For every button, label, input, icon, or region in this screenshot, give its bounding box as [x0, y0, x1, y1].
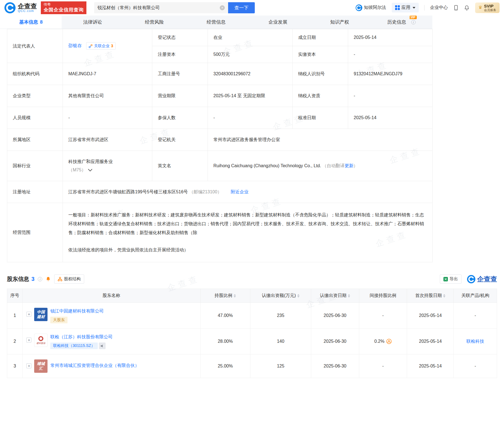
promo-line1: 传奇: [44, 2, 84, 7]
svip-member-badge[interactable]: ♛ SVIP 会员服务: [475, 2, 500, 13]
related-value: -: [475, 364, 476, 368]
crown-icon: ♛: [478, 5, 482, 10]
tab-operation-risk[interactable]: 经营风险: [124, 16, 185, 29]
notification-bell-icon[interactable]: [464, 5, 470, 11]
apps-menu[interactable]: 应用: [392, 3, 419, 12]
search-box[interactable]: ×: [94, 2, 228, 13]
tab-label: 基本信息: [19, 19, 38, 25]
amount-value: 235: [277, 313, 285, 318]
equity-structure-button[interactable]: 股权结构: [54, 274, 84, 284]
table-row: 2 + 建科股份 联检（江苏）科技股份有限公司 联检科技（301115.SZ）: [7, 329, 497, 354]
related-value: -: [475, 313, 476, 318]
info-icon[interactable]: i: [411, 20, 416, 24]
col-sub-date-sort[interactable]: 认缴出资日期: [311, 289, 359, 303]
qcc-brand-text: 企查查: [477, 275, 497, 284]
qcc-logo-icon: [467, 275, 475, 283]
promo-banner[interactable]: 传奇 全国企业信用查询: [41, 1, 86, 14]
field-value: 320483001296072: [213, 71, 250, 76]
basic-info-table: 法定代表人 邵银存 关联企业 3 登记状态 在业 成立日期 2025-05-14…: [7, 29, 433, 262]
nearby-companies-link[interactable]: 附近企业: [231, 189, 249, 194]
legal-representative-link[interactable]: 邵银存: [68, 43, 82, 48]
search-input[interactable]: [98, 5, 220, 10]
col-seq: 序号: [10, 293, 19, 298]
field-value: 2025-05-14: [354, 35, 376, 40]
tab-label: 知识产权: [330, 19, 349, 25]
svip-subtitle: 会员服务: [484, 8, 496, 12]
related-companies-chip[interactable]: 关联企业 3: [86, 42, 116, 50]
qcc-logo[interactable]: 企查查 QCC.com: [4, 2, 37, 13]
logo-text: 建材: [37, 314, 45, 319]
sort-icon: [443, 294, 445, 298]
field-value: -: [68, 115, 70, 120]
first-date-value: 2025-05-14: [419, 339, 442, 344]
field-label: 实缴资本: [298, 52, 316, 57]
tab-intellectual-property[interactable]: 知识产权: [309, 16, 370, 29]
col-label: 认缴出资额(万元): [262, 293, 296, 298]
equity-penetration-icon[interactable]: [386, 339, 392, 344]
shareholders-section: 股东信息 3 i 股权结构 导出 企查查: [7, 274, 497, 378]
field-value: 2025-05-14 至 无固定期限: [213, 93, 265, 98]
col-label: 持股比例: [214, 293, 232, 298]
col-first-date-sort[interactable]: 首次持股日期: [407, 289, 454, 303]
qcc-watermark-logo: 企查查: [467, 275, 497, 284]
ratio-value: 25.00%: [218, 364, 233, 368]
listed-stock-tag[interactable]: 联检科技（301115.SZ）: [50, 342, 98, 349]
tab-company-development[interactable]: 企业发展: [247, 16, 309, 29]
enterprise-center-link[interactable]: 企业中心: [430, 5, 448, 11]
expand-row-button[interactable]: +: [26, 312, 31, 317]
caret-down-icon: [413, 7, 415, 9]
col-indirect: 间接持股比例: [370, 293, 396, 298]
field-label: 登记机关: [158, 137, 176, 142]
section-title: 股东信息: [7, 275, 29, 283]
indirect-value: 0.2%: [374, 339, 384, 344]
qcc-logo-icon: [4, 2, 16, 13]
field-value: 江苏省常州市武进区: [68, 137, 108, 142]
shareholder-name-link[interactable]: 联检（江苏）科技股份有限公司: [50, 334, 113, 340]
search-button[interactable]: 查一下: [228, 2, 255, 13]
field-value: 其他有限责任公司: [68, 93, 104, 98]
field-label: 经营范围: [13, 230, 31, 235]
table-row: 1 + 中国 建材 镇江中固建材科技有限公司 大股东 47.00: [7, 303, 497, 329]
mobile-app-icon[interactable]: [453, 5, 458, 11]
tab-legal-litigation[interactable]: 法律诉讼: [62, 16, 123, 29]
col-shareholder-name: 股东名称: [103, 293, 120, 298]
clear-search-icon[interactable]: ×: [220, 5, 225, 10]
tab-history-info[interactable]: 历史信息 VIP i: [371, 16, 432, 29]
update-translation-link[interactable]: 更新: [345, 163, 353, 168]
field-label: 登记状态: [158, 35, 176, 40]
zhibi-alpha-link[interactable]: 知彼阿尔法: [356, 4, 386, 11]
col-ratio-sort[interactable]: 持股比例: [200, 289, 250, 303]
tab-basic-info[interactable]: 基本信息 8: [0, 16, 62, 29]
ratio-value: 47.00%: [218, 313, 233, 318]
col-label: 首次持股日期: [415, 293, 442, 298]
tab-operation-info[interactable]: 经营信息: [185, 16, 247, 29]
brand-name: 企查查: [18, 3, 37, 9]
logo-text: 靖城: [37, 361, 45, 366]
field-label: 纳税人识别号: [298, 71, 325, 76]
field-label: 参保人数: [158, 115, 176, 120]
shareholder-logo: 靖城 汇: [34, 359, 48, 373]
announcement-icon[interactable]: [99, 342, 106, 349]
export-button[interactable]: 导出: [440, 274, 461, 284]
expand-row-button[interactable]: +: [26, 363, 31, 368]
chevron-down-icon[interactable]: [88, 169, 92, 171]
zhibi-alpha-label: 知彼阿尔法: [364, 5, 386, 11]
major-shareholder-tag: 大股东: [50, 317, 68, 323]
row-seq: 3: [14, 364, 16, 368]
field-value: MAEJNGDJ-7: [68, 71, 96, 76]
search-bar: × 查一下: [94, 2, 255, 13]
field-value: -: [354, 93, 355, 98]
equity-structure-label: 股权结构: [64, 276, 81, 282]
col-label: 认缴出资日期: [320, 293, 346, 298]
col-amount-sort[interactable]: 认缴出资额(万元): [250, 289, 311, 303]
shareholder-name-link[interactable]: 镇江中固建材科技有限公司: [50, 308, 104, 314]
first-date-value: 2025-05-14: [419, 364, 442, 368]
field-value: 91320412MAEJNGDJ79: [354, 71, 402, 76]
related-product-link[interactable]: 联检科技: [466, 339, 484, 344]
qcc-company-page: 企查查 企查查 企查查 企查查 企查查 企查查 企查查 企查查 企查查 企查查 …: [0, 0, 504, 378]
first-date-value: 2025-05-14: [419, 313, 442, 318]
expand-row-button[interactable]: +: [26, 338, 31, 342]
shareholder-name-link[interactable]: 常州市靖城汇投资管理合伙企业（有限合伙）: [50, 363, 139, 369]
info-icon[interactable]: i: [38, 277, 42, 281]
subscribe-bell-icon[interactable]: [46, 276, 51, 282]
